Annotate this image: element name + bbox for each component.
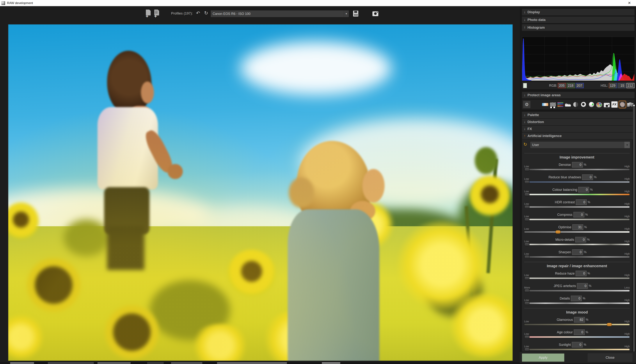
slider-handle[interactable]: [524, 218, 530, 221]
slider-handle[interactable]: [524, 335, 530, 339]
section-protect-image-areas[interactable]: ↓ Protect image areas: [522, 92, 634, 98]
slider-handle[interactable]: [555, 230, 561, 234]
expand-arrow-icon: ↑: [522, 134, 527, 138]
vignette-icon[interactable]: [581, 102, 586, 107]
slider-max-label: High: [624, 202, 630, 205]
slider-unit: %: [588, 200, 590, 204]
refresh-icon[interactable]: ↻: [523, 142, 527, 147]
camera-icon[interactable]: [372, 12, 378, 16]
collapse-arrow-icon: ↓: [522, 18, 527, 22]
slider-value[interactable]: 0: [572, 162, 583, 168]
slider-label: Micro-details: [555, 238, 574, 242]
slider-value[interactable]: 0: [576, 200, 587, 205]
gear-icon[interactable]: ⚙: [523, 101, 530, 108]
close-button[interactable]: Close: [588, 354, 632, 362]
hsl-label: HSL:: [601, 84, 608, 88]
reset-icon[interactable]: ↻: [204, 10, 208, 16]
photo-preview[interactable]: [8, 24, 513, 361]
new-profile-button[interactable]: +: [145, 9, 152, 17]
profile-dropdown[interactable]: Canon EOS R6 - ISO 100 ▼: [210, 10, 349, 17]
section-histogram[interactable]: ↑ Histogram: [522, 24, 634, 31]
slider-label: Glamorous: [557, 318, 573, 322]
slider-track[interactable]: [524, 231, 630, 233]
slider-handle[interactable]: [524, 276, 530, 280]
slider-track[interactable]: [524, 218, 630, 220]
slider-handle[interactable]: [524, 205, 530, 209]
white-balance-icon[interactable]: [542, 103, 548, 106]
scrollbar-thumb[interactable]: [633, 107, 635, 353]
section-photo-data[interactable]: ↓ Photo data: [522, 16, 634, 23]
apply-button[interactable]: Apply: [522, 354, 564, 362]
slider-value[interactable]: 0: [576, 271, 586, 276]
slider-track[interactable]: [524, 168, 630, 170]
ai-brain-icon[interactable]: [619, 102, 625, 108]
contrast-icon[interactable]: [573, 102, 578, 107]
slider-value[interactable]: 0: [572, 342, 583, 348]
slider-handle[interactable]: [524, 348, 530, 351]
slider-denoise: LowDenoise0%High: [524, 162, 630, 170]
slider-track[interactable]: [524, 206, 630, 208]
lut-cube-icon[interactable]: [627, 102, 633, 107]
slider-value[interactable]: 82: [574, 317, 585, 322]
save-profile-icon[interactable]: [353, 11, 358, 16]
section-fx[interactable]: ↓ FX: [522, 126, 634, 132]
slider-value[interactable]: 0: [577, 283, 588, 289]
slider-track[interactable]: [524, 181, 630, 183]
slider-track[interactable]: [524, 244, 630, 245]
chevron-down-icon[interactable]: ▼: [344, 10, 349, 17]
slider-track[interactable]: [524, 290, 630, 292]
slider-value[interactable]: 0: [575, 237, 586, 242]
section-palette[interactable]: ↓ Palette: [522, 112, 634, 118]
slider-value[interactable]: 0: [573, 212, 584, 218]
undo-icon[interactable]: ↶: [196, 10, 200, 16]
slider-handle[interactable]: [524, 302, 530, 305]
slider-value[interactable]: 0: [572, 250, 583, 255]
slider-value[interactable]: 0: [574, 330, 585, 335]
slider-handle[interactable]: [524, 255, 530, 258]
slider-track[interactable]: [524, 348, 630, 350]
slider-track[interactable]: [524, 324, 630, 326]
collapse-arrow-icon: ↓: [522, 93, 527, 97]
slider-track[interactable]: [524, 277, 630, 279]
ai-profile-dropdown[interactable]: User ▼: [530, 142, 630, 148]
fx-icon[interactable]: FX: [611, 102, 618, 108]
slider-track[interactable]: [524, 194, 630, 196]
group-title: Image repair / image enhancement: [524, 264, 630, 268]
panel-scrollbar[interactable]: [633, 104, 635, 357]
section-artificial-intelligence[interactable]: ↑ Artificial intelligence: [522, 132, 634, 139]
window-close-icon[interactable]: ✕: [625, 0, 633, 6]
group-title: Image mood: [524, 310, 630, 314]
slider-value[interactable]: 31: [572, 224, 583, 230]
slider-handle[interactable]: [524, 168, 530, 171]
section-distortion[interactable]: ↓ Distortion: [522, 119, 634, 125]
slider-handle[interactable]: [524, 193, 530, 196]
camera-icon[interactable]: [604, 103, 610, 107]
slider-hdr-contrast: LowHDR contrast0%High: [524, 200, 630, 208]
colour-sphere-icon[interactable]: [589, 102, 594, 107]
chevron-down-icon[interactable]: ▼: [624, 142, 630, 148]
new-profile-from-settings-button[interactable]: +: [153, 9, 160, 17]
section-display[interactable]: ↓ Display: [522, 9, 634, 16]
slider-label: Optimise: [558, 225, 571, 229]
color-swatch: [523, 83, 527, 88]
slider-label: Denoise: [559, 163, 571, 167]
histogram-curve-icon[interactable]: [565, 102, 571, 106]
slider-handle[interactable]: [607, 323, 612, 326]
slider-label: Reduce haze: [555, 272, 575, 276]
slider-label: Age colour: [557, 330, 573, 334]
slider-handle[interactable]: [524, 289, 530, 292]
slider-handle[interactable]: [524, 180, 530, 184]
scrollbar-up-button[interactable]: [633, 105, 635, 106]
slider-track[interactable]: [524, 336, 630, 338]
slider-handle[interactable]: [524, 243, 530, 246]
slider-value[interactable]: 0: [582, 174, 593, 180]
slider-max-label: High: [624, 345, 630, 348]
slider-track[interactable]: [524, 256, 630, 258]
slider-value[interactable]: 0: [571, 296, 582, 301]
slider-value[interactable]: 0: [578, 187, 589, 192]
slider-track[interactable]: [524, 302, 630, 304]
channel-mixer-icon[interactable]: [557, 102, 563, 107]
slider-colour-balancing: LowColour balancing0%High: [524, 187, 630, 196]
palette-colors-icon[interactable]: [596, 102, 602, 108]
noise-icon[interactable]: [550, 102, 556, 106]
